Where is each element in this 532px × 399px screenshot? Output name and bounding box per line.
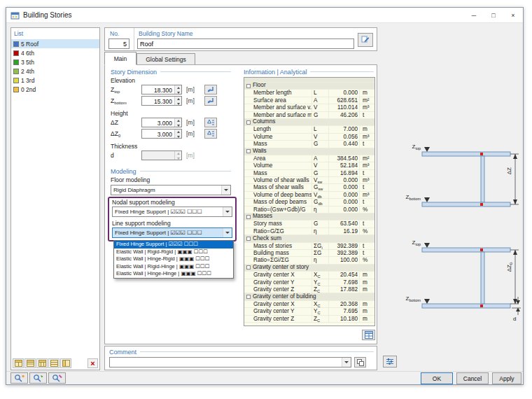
zbottom-pick-button[interactable] [204,96,217,106]
zbottom-spinner[interactable] [174,97,181,105]
tab-main[interactable]: Main [104,52,136,65]
bottom-separator [6,371,523,372]
floor-modeling-select[interactable]: Rigid Diaphragm [111,185,231,195]
zbottom-diagram-label: Zbottom [379,194,421,201]
section-checkbox[interactable] [246,149,251,153]
nodal-support-select[interactable]: Fixed Hinge Support | ☑☑☑ ☐☐☐ [112,206,232,217]
section-label: Walls [253,148,267,155]
line-support-select[interactable]: Fixed Hinge Support | ☑☑☑ ☐☐☐ [112,227,232,238]
copy-icon [357,359,364,366]
dz-apply-all-button[interactable] [204,118,217,127]
row-symbol: ΣGi [312,243,328,249]
find-in-graphic-button[interactable] [10,372,28,384]
list-item[interactable]: 2 4th [11,66,99,76]
row-value: 16.19 [328,228,358,234]
row-symbol: V [312,104,328,111]
zbottom-input[interactable]: 15.300 [141,96,182,106]
export-table-button[interactable] [362,330,375,340]
row-label: Building mass [244,250,312,256]
dz0-spinner[interactable] [174,130,181,138]
row-unit: t [359,112,374,118]
line-support-option[interactable]: Fixed Hinge Support | ☑☑☑ ☐☐☐ [114,241,233,248]
section-checkbox[interactable] [246,215,251,219]
info-table-row: Gravity center X XC 20.454 m [244,272,374,279]
apply-button[interactable]: Apply [492,372,522,384]
row-label: Surface area [244,97,312,104]
line-support-option[interactable]: Elastic Wall | Rigid-Hinge | ▣▣▣ ☐☐☐ [114,263,233,271]
thickness-label: Thickness [111,144,239,150]
row-value: 100.00 [328,257,358,263]
info-table-row: Gravity center Z ZC 17.882 m [244,286,374,293]
insert-story-button[interactable] [24,358,36,368]
row-unit: m [359,279,374,286]
line-support-option[interactable]: Elastic Wall | Hinge-Hinge | ▣▣▣ ☐☐☐ [114,270,233,278]
section-checkbox[interactable] [246,120,251,125]
delete-story-button[interactable]: × [88,358,98,368]
dz-spinner[interactable] [174,118,181,127]
nodal-support-label: Nodal support modeling [112,200,235,206]
row-label: Story mass [244,220,312,227]
dz0-apply-all-button[interactable] [204,129,217,139]
copy-story-button[interactable] [36,358,48,368]
row-unit: m [359,316,374,322]
list-item[interactable]: 0 2nd [11,85,99,94]
chevron-down-icon[interactable] [223,207,232,216]
row-value: 384.540 [328,155,358,162]
story-color-swatch [13,87,19,92]
section-checkbox[interactable] [246,237,251,241]
row-value: 16.894 [328,170,358,176]
comment-input[interactable] [109,357,351,368]
dz-input[interactable]: 3.000 [141,118,182,127]
select-in-graphic-button[interactable] [29,372,47,384]
minimize-icon[interactable]: ─ [464,8,484,23]
chevron-down-icon[interactable] [223,228,232,237]
rename-story-button[interactable] [358,33,373,47]
list-item[interactable]: 4 6th [11,48,99,57]
number-label: No. [110,30,119,37]
section-checkbox[interactable] [246,295,251,299]
d-diagram-label: d [513,316,516,322]
row-label: Gravity center Z [244,316,312,322]
row-value: 0.440 [328,141,358,147]
ztop-spinner[interactable] [174,85,181,94]
story-number-field[interactable]: 5 [108,38,130,49]
list-item[interactable]: 5 Roof [11,39,99,48]
chevron-down-icon[interactable] [221,186,230,195]
row-symbol: η [312,206,328,213]
ztop-pick-button[interactable] [204,85,217,94]
story-label: 2 4th [21,68,34,75]
renumber-stories-button[interactable] [48,358,59,368]
list-item[interactable]: 1 3rd [11,76,99,85]
sort-stories-button[interactable] [60,358,71,368]
line-support-option[interactable]: Elastic Wall | Rigid-Rigid | ▣▣▣ ☐☐☐ [114,248,233,256]
story-name-input[interactable]: Roof [137,38,354,49]
comment-copy-button[interactable] [354,357,366,368]
close-icon[interactable]: × [503,8,523,23]
info-table-row: Mass of stories ΣGi 392.389 t [244,243,374,250]
list-toolbar: × [13,358,98,368]
row-symbol: η [312,228,328,234]
row-symbol: Gsw [312,184,328,190]
tab-global-settings[interactable]: Global Settings [136,53,195,65]
dz0-input[interactable]: 3.000 [141,129,182,139]
new-story-button[interactable] [13,358,24,368]
row-symbol: V [312,134,328,140]
line-support-option[interactable]: Elastic Wall | Hinge-Rigid | ▣▣▣ ☐☐☐ [114,255,233,263]
row-symbol: YC [312,308,328,314]
maximize-icon[interactable]: □ [484,8,503,23]
cancel-button[interactable]: Cancel [456,372,489,384]
zbottom-field-row: Zbottom 15.300 [m] [111,96,234,106]
row-value: 0.000 [328,192,358,198]
section-checkbox[interactable] [246,265,251,270]
row-symbol: ZC [312,316,328,322]
story-schematic-area: Ztop Zbottom ΔZ Ztop Zbottom ΔZ0 d [379,27,523,370]
chevron-down-icon[interactable] [342,358,351,367]
row-value: 63.540 [328,220,358,227]
dialog-titlebar[interactable]: Building Stories ─ □ × [6,8,523,23]
info-table-row: Gravity center Y YC 7.698 m [244,279,374,286]
list-item[interactable]: 3 5th [11,57,99,66]
ok-button[interactable]: OK [421,372,453,384]
ztop-input[interactable]: 18.300 [141,85,182,94]
section-checkbox[interactable] [246,84,251,88]
view-options-button[interactable] [48,372,66,384]
